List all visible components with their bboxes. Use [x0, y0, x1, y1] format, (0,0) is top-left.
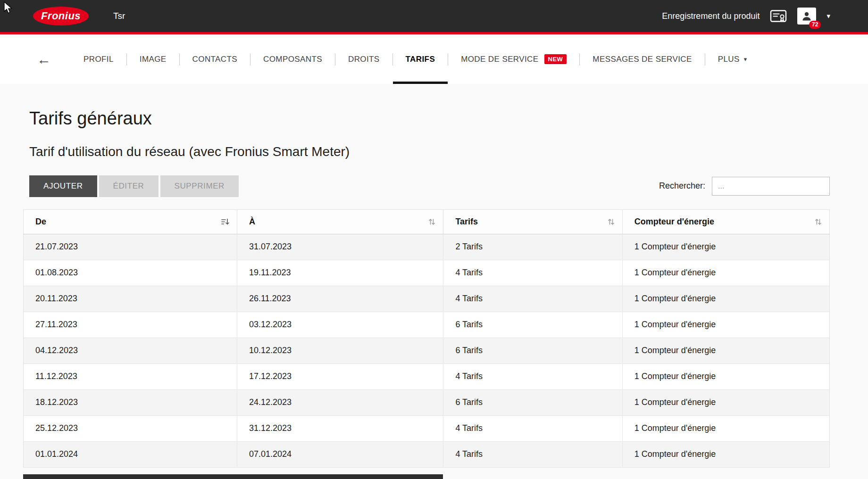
table-row[interactable]: 27.11.2023 03.12.2023 6 Tarifs 1 Compteu… [24, 312, 830, 338]
page-subtitle: Tarif d'utilisation du réseau (avec Fron… [29, 144, 830, 159]
add-button[interactable]: AJOUTER [29, 175, 97, 197]
tab-mode-de-service[interactable]: MODE DE SERVICE NEW [448, 34, 579, 84]
cell-a: 19.11.2023 [237, 260, 443, 286]
cell-tarifs: 4 Tarifs [443, 260, 622, 286]
search-area: Rechercher: [659, 177, 830, 196]
column-header-de[interactable]: De [24, 209, 237, 234]
cell-tarifs: 4 Tarifs [443, 415, 622, 441]
cell-a: 31.07.2023 [237, 234, 443, 260]
fronius-logo[interactable]: Fronius [33, 7, 89, 25]
search-input[interactable] [712, 177, 830, 196]
new-badge: NEW [544, 54, 567, 64]
table-row[interactable]: 21.07.2023 31.07.2023 2 Tarifs 1 Compteu… [24, 234, 830, 260]
sort-active-icon [221, 218, 229, 225]
sort-icon [428, 218, 435, 225]
page-title: Tarifs généraux [29, 84, 830, 129]
cell-a: 31.12.2023 [237, 415, 443, 441]
cell-tarifs: 4 Tarifs [443, 286, 622, 312]
cell-de: 21.07.2023 [24, 234, 237, 260]
table-header-row: De À [24, 209, 830, 234]
back-button[interactable]: ← [37, 51, 51, 67]
main-content: Tarifs généraux Tarif d'utilisation du r… [0, 84, 868, 479]
tab-plus-label: PLUS [718, 55, 740, 64]
table-row[interactable]: 11.12.2023 17.12.2023 4 Tarifs 1 Compteu… [24, 363, 830, 389]
delete-button[interactable]: SUPPRIMER [160, 175, 239, 197]
cell-compteur: 1 Compteur d'énergie [622, 441, 829, 467]
tab-plus[interactable]: PLUS ▾ [705, 34, 760, 84]
cell-compteur: 1 Compteur d'énergie [622, 389, 829, 415]
top-bar: Fronius Tsr Enregistrement du produit 72… [0, 0, 868, 32]
cell-compteur: 1 Compteur d'énergie [622, 260, 829, 286]
fronius-logo-text: Fronius [41, 10, 81, 22]
notification-badge: 72 [809, 21, 821, 29]
account-icon [801, 10, 813, 22]
cell-compteur: 1 Compteur d'énergie [622, 363, 829, 389]
cell-compteur: 1 Compteur d'énergie [622, 286, 829, 312]
cell-de: 27.11.2023 [24, 312, 237, 338]
sort-icon [608, 218, 615, 225]
cell-tarifs: 2 Tarifs [443, 234, 622, 260]
cell-a: 24.12.2023 [237, 389, 443, 415]
table-row[interactable]: 01.08.2023 19.11.2023 4 Tarifs 1 Compteu… [24, 260, 830, 286]
cell-tarifs: 6 Tarifs [443, 338, 622, 363]
tab-bar: ← PROFIL IMAGE CONTACTS COMPOSANTS DROIT… [0, 34, 868, 84]
cell-compteur: 1 Compteur d'énergie [622, 415, 829, 441]
tab-tarifs[interactable]: TARIFS [393, 34, 448, 84]
cell-tarifs: 4 Tarifs [443, 363, 622, 389]
cell-compteur: 1 Compteur d'énergie [622, 312, 829, 338]
search-label: Rechercher: [659, 181, 705, 191]
chevron-down-icon: ▾ [744, 56, 747, 63]
account-menu-caret-icon[interactable]: ▾ [826, 12, 830, 20]
cell-compteur: 1 Compteur d'énergie [622, 234, 829, 260]
cell-de: 11.12.2023 [24, 363, 237, 389]
tab-image[interactable]: IMAGE [127, 34, 179, 84]
table-row[interactable]: 04.12.2023 10.12.2023 6 Tarifs 1 Compteu… [24, 338, 830, 363]
product-registration-icon[interactable] [770, 9, 787, 23]
cell-a: 07.01.2024 [237, 441, 443, 467]
column-header-tarifs[interactable]: Tarifs [443, 209, 622, 234]
cell-a: 10.12.2023 [237, 338, 443, 363]
partial-cutoff-element [23, 474, 443, 479]
column-header-a[interactable]: À [237, 209, 443, 234]
sort-icon [815, 218, 822, 225]
cell-de: 25.12.2023 [24, 415, 237, 441]
column-header-compteur[interactable]: Compteur d'énergie [622, 209, 829, 234]
tabs: PROFIL IMAGE CONTACTS COMPOSANTS DROITS … [71, 34, 760, 84]
account-button[interactable]: 72 [797, 8, 816, 25]
cell-de: 20.11.2023 [24, 286, 237, 312]
cell-tarifs: 4 Tarifs [443, 441, 622, 467]
cell-a: 03.12.2023 [237, 312, 443, 338]
tab-droits[interactable]: DROITS [335, 34, 392, 84]
table-row[interactable]: 20.11.2023 26.11.2023 4 Tarifs 1 Compteu… [24, 286, 830, 312]
column-header-de-label: De [35, 217, 46, 227]
edit-button[interactable]: ÉDITER [99, 175, 159, 197]
tab-mode-de-service-label: MODE DE SERVICE [461, 55, 538, 64]
cell-de: 01.08.2023 [24, 260, 237, 286]
table-row[interactable]: 25.12.2023 31.12.2023 4 Tarifs 1 Compteu… [24, 415, 830, 441]
tab-messages-de-service[interactable]: MESSAGES DE SERVICE [580, 34, 704, 84]
cell-de: 01.01.2024 [24, 441, 237, 467]
tab-contacts[interactable]: CONTACTS [180, 34, 250, 84]
table-row[interactable]: 18.12.2023 24.12.2023 6 Tarifs 1 Compteu… [24, 389, 830, 415]
cell-de: 04.12.2023 [24, 338, 237, 363]
table-row[interactable]: 01.01.2024 07.01.2024 4 Tarifs 1 Compteu… [24, 441, 830, 467]
action-buttons: AJOUTER ÉDITER SUPPRIMER [29, 175, 239, 197]
topbar-actions: Enregistrement du produit 72 ▾ [662, 8, 830, 25]
cell-tarifs: 6 Tarifs [443, 389, 622, 415]
column-header-tarifs-label: Tarifs [455, 217, 478, 227]
cell-compteur: 1 Compteur d'énergie [622, 338, 829, 363]
cell-a: 17.12.2023 [237, 363, 443, 389]
column-header-a-label: À [249, 217, 255, 227]
tariffs-table: De À [23, 209, 830, 468]
table-toolbar: AJOUTER ÉDITER SUPPRIMER Rechercher: [23, 175, 830, 197]
column-header-compteur-label: Compteur d'énergie [634, 217, 714, 227]
cell-tarifs: 6 Tarifs [443, 312, 622, 338]
tab-profil[interactable]: PROFIL [71, 34, 126, 84]
cell-de: 18.12.2023 [24, 389, 237, 415]
system-name: Tsr [113, 11, 125, 21]
tab-composants[interactable]: COMPOSANTS [250, 34, 335, 84]
product-registration-link[interactable]: Enregistrement du produit [662, 11, 760, 21]
cell-a: 26.11.2023 [237, 286, 443, 312]
